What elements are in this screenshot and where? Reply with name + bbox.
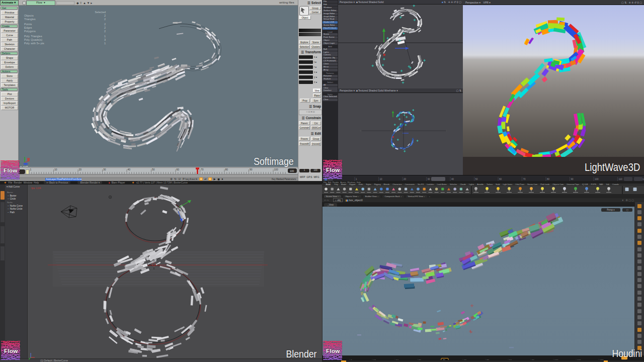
svg-text:60: 60	[499, 178, 502, 180]
svg-text:100: 100	[595, 178, 599, 180]
svg-text:80: 80	[547, 178, 550, 180]
svg-text:70: 70	[201, 168, 204, 171]
svg-text:s-coll: s-coll	[20, 165, 28, 167]
svg-text:Flow: Flow	[326, 167, 340, 173]
svg-text:40: 40	[451, 178, 454, 180]
svg-text:20: 20	[79, 168, 82, 171]
svg-text:80: 80	[225, 168, 228, 171]
svg-text:40: 40	[128, 168, 131, 171]
svg-text:20: 20	[404, 178, 407, 180]
svg-text:100: 100	[274, 168, 279, 171]
svg-text:50: 50	[475, 178, 478, 180]
svg-text:100: 100	[290, 169, 294, 172]
svg-text:60: 60	[177, 168, 180, 171]
svg-text:Flow: Flow	[4, 348, 18, 354]
svg-text:10: 10	[54, 168, 57, 171]
svg-text:1: 1	[30, 168, 32, 171]
svg-text:Flow: Flow	[4, 167, 17, 173]
svg-text:Flow: Flow	[326, 348, 340, 354]
svg-text:30: 30	[103, 168, 106, 171]
svg-text:30: 30	[428, 178, 431, 180]
svg-text:1: 1	[356, 178, 357, 180]
svg-text:50: 50	[152, 168, 155, 171]
svg-text:90: 90	[250, 168, 253, 171]
svg-text:90: 90	[571, 178, 574, 180]
svg-text:10: 10	[380, 178, 383, 180]
svg-text:70: 70	[523, 178, 526, 180]
svg-text:110: 110	[619, 178, 623, 180]
